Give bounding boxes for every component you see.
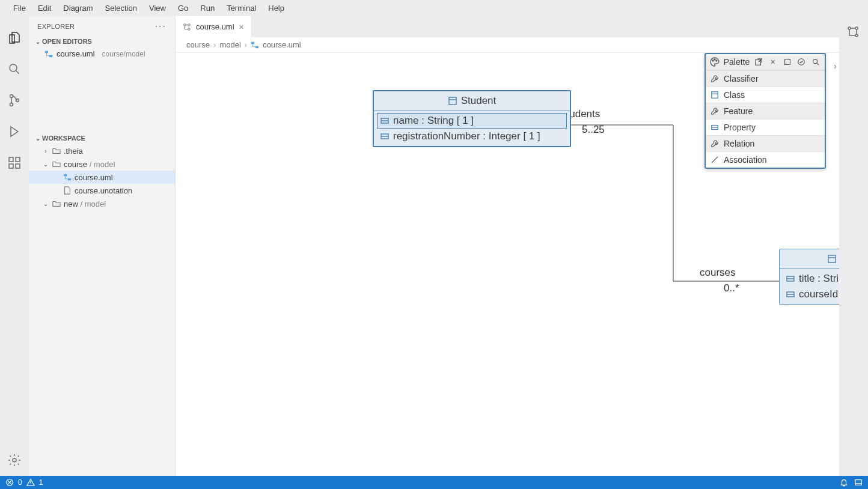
breadcrumb-item[interactable]: course [186,40,210,49]
tab-course-uml[interactable]: course.uml × [176,16,252,37]
property-icon [786,274,795,284]
menu-view[interactable]: View [143,1,172,15]
menu-help[interactable]: Help [262,1,290,15]
palette-fit-icon[interactable] [782,56,793,67]
svg-point-15 [188,23,191,26]
folder-icon [52,199,61,208]
menu-terminal[interactable]: Terminal [221,1,262,15]
explorer-sidebar: EXPLORER ··· ⌄ OPEN EDITORS course.uml c… [29,16,176,476]
breadcrumb: course › model › course.uml [176,37,839,53]
close-icon[interactable]: × [239,22,244,32]
assoc-role-courses[interactable]: courses [700,267,736,279]
layout-icon[interactable] [854,478,863,487]
attr-student-name[interactable]: name : String [ 1 ] [377,114,566,128]
status-bar: 0 1 [0,476,868,489]
bell-icon[interactable] [839,478,849,487]
property-icon [380,116,390,126]
search-icon[interactable] [6,61,23,77]
palette-title: Palette [724,57,750,67]
uml-file-icon [251,41,259,49]
diagram-canvas[interactable]: students 5..25 courses 0..* Student name… [176,53,839,476]
tab-label: course.uml [196,22,234,31]
chevron-right-icon[interactable]: › [834,61,837,71]
attr-course-id[interactable]: courseId : Integer [ 1 ] [783,287,839,302]
scm-icon[interactable] [6,92,23,109]
tree-folder-course-model[interactable]: ⌄ course / model [29,157,175,171]
activity-bar [0,16,29,476]
line-icon [711,156,719,164]
open-editors-header[interactable]: ⌄ OPEN EDITORS [29,35,175,47]
explorer-icon[interactable] [6,29,23,46]
class-icon [827,254,837,264]
extensions-icon[interactable] [6,154,23,171]
property-icon [786,290,795,299]
breadcrumb-item[interactable]: model [219,40,240,49]
class-name[interactable]: Student [461,95,497,107]
breadcrumb-item[interactable]: course.uml [263,40,301,49]
outline-icon[interactable] [846,25,861,40]
svg-rect-21 [828,255,836,263]
svg-rect-31 [712,92,718,99]
menu-file[interactable]: File [7,1,32,15]
class-icon [448,96,457,106]
svg-point-24 [712,60,714,61]
svg-rect-7 [16,157,20,162]
uml-class-student[interactable]: Student name : String [ 1 ] registration… [373,90,571,147]
workspace-header[interactable]: ⌄ WORKSPACE [29,132,175,144]
tree-label: course.unotation [75,186,132,195]
palette-item-property[interactable]: Property [706,119,825,135]
svg-point-33 [848,27,851,29]
palette-item-association[interactable]: Association [706,151,825,168]
attr-course-title[interactable]: title : String [ 1 ] [783,272,839,286]
run-icon[interactable] [6,123,23,140]
svg-point-35 [855,34,858,37]
palette-external-icon[interactable] [753,56,764,67]
menu-edit[interactable]: Edit [32,1,57,15]
uml-class-course[interactable]: Course title : String [ 1 ] courseId : I… [779,249,839,305]
chevron-down-icon: ⌄ [42,201,49,207]
menu-run[interactable]: Run [194,1,221,15]
editor-area: course.uml × course › model › course.uml… [176,16,839,476]
palette-category-classifier[interactable]: Classifier [706,70,825,87]
palette[interactable]: Palette × Classifier Class [704,53,826,169]
assoc-mult-students[interactable]: 5..25 [582,124,605,136]
palette-validate-icon[interactable] [796,56,807,67]
svg-rect-16 [251,41,254,44]
menu-diagram[interactable]: Diagram [57,1,99,15]
class-icon [711,91,719,99]
svg-rect-5 [9,164,13,168]
tree-folder-theia[interactable]: › .theia [29,144,175,157]
palette-item-class[interactable]: Class [706,87,825,103]
svg-point-8 [13,458,16,462]
uml-file-icon [63,172,72,182]
right-activity-bar [839,16,868,476]
svg-rect-11 [64,174,67,177]
error-icon [5,478,14,487]
settings-gear-icon[interactable] [6,452,23,469]
svg-point-34 [855,27,858,29]
menu-bar: File Edit Diagram Selection View Go Run … [0,0,868,16]
assoc-mult-courses[interactable]: 0..* [724,282,739,294]
palette-search-icon[interactable] [810,56,821,67]
warning-icon [26,478,35,487]
tree-label: course.uml [75,173,113,182]
tree-folder-new-model[interactable]: ⌄ new / model [29,197,175,210]
wrench-icon [711,74,719,83]
chevron-down-icon: ⌄ [42,161,49,168]
file-icon [63,186,72,195]
svg-point-29 [798,59,805,65]
palette-category-feature[interactable]: Feature [706,103,825,119]
menu-go[interactable]: Go [172,1,194,15]
explorer-more-icon[interactable]: ··· [155,21,167,32]
open-editor-name: course.uml [57,49,95,58]
palette-category-relation[interactable]: Relation [706,135,825,151]
palette-close-icon[interactable]: × [768,56,778,67]
attr-student-regnum[interactable]: registrationNumber : Integer [ 1 ] [377,129,566,144]
status-problems[interactable]: 0 1 [5,478,43,487]
tree-file-course-uml[interactable]: course.uml [29,171,175,184]
menu-selection[interactable]: Selection [99,1,142,15]
open-editor-item[interactable]: course.uml course/model [29,47,175,60]
tree-file-course-unotation[interactable]: course.unotation [29,184,175,197]
chevron-right-icon: › [245,40,247,49]
folder-icon [52,146,61,156]
